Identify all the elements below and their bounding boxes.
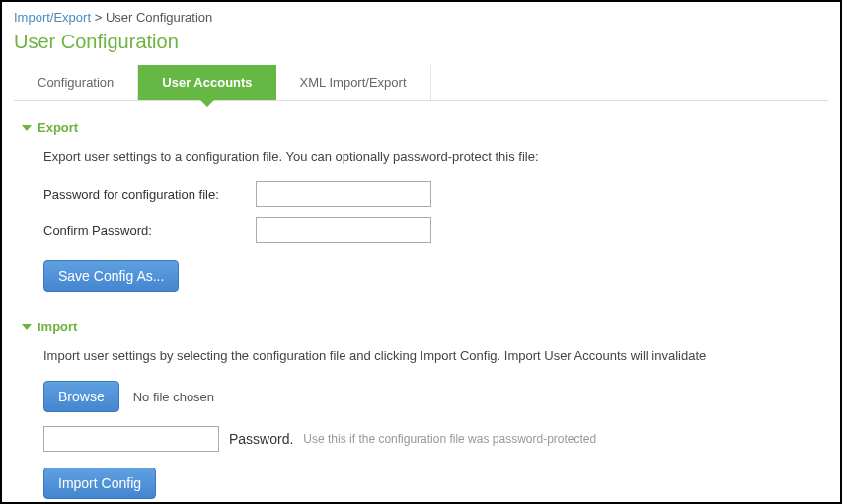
browse-button[interactable]: Browse [43, 381, 119, 412]
import-password-hint: Use this if the configuration file was p… [303, 432, 596, 446]
breadcrumb: Import/Export > User Configuration [14, 10, 828, 25]
page-title: User Configuration [14, 31, 828, 53]
chevron-down-icon [22, 324, 32, 330]
export-confirm-label: Confirm Password: [43, 223, 256, 238]
tab-configuration[interactable]: Configuration [14, 65, 138, 100]
breadcrumb-root-link[interactable]: Import/Export [14, 10, 91, 25]
file-status: No file chosen [133, 390, 214, 404]
export-password-label: Password for configuration file: [43, 187, 256, 202]
export-heading: Export [38, 120, 78, 135]
export-section: Export Export user settings to a configu… [22, 120, 828, 292]
breadcrumb-sep: > [95, 10, 103, 25]
import-section: Import Import user settings by selecting… [22, 320, 828, 499]
export-description: Export user settings to a configuration … [43, 149, 828, 164]
tab-user-accounts[interactable]: User Accounts [138, 65, 275, 100]
export-password-input[interactable] [256, 181, 431, 207]
breadcrumb-current: User Configuration [106, 10, 212, 25]
import-heading: Import [38, 320, 77, 334]
save-config-button[interactable]: Save Config As... [43, 260, 179, 292]
export-section-toggle[interactable]: Export [22, 120, 828, 135]
chevron-down-icon [22, 125, 32, 131]
tab-xml-import-export[interactable]: XML Import/Export [276, 65, 431, 100]
import-config-button[interactable]: Import Config [43, 468, 156, 499]
import-description: Import user settings by selecting the co… [43, 348, 828, 363]
export-confirm-input[interactable] [256, 217, 431, 243]
import-password-input[interactable] [43, 426, 219, 452]
tabs: Configuration User Accounts XML Import/E… [14, 65, 828, 101]
import-password-label: Password. [229, 431, 293, 447]
import-section-toggle[interactable]: Import [22, 320, 828, 334]
